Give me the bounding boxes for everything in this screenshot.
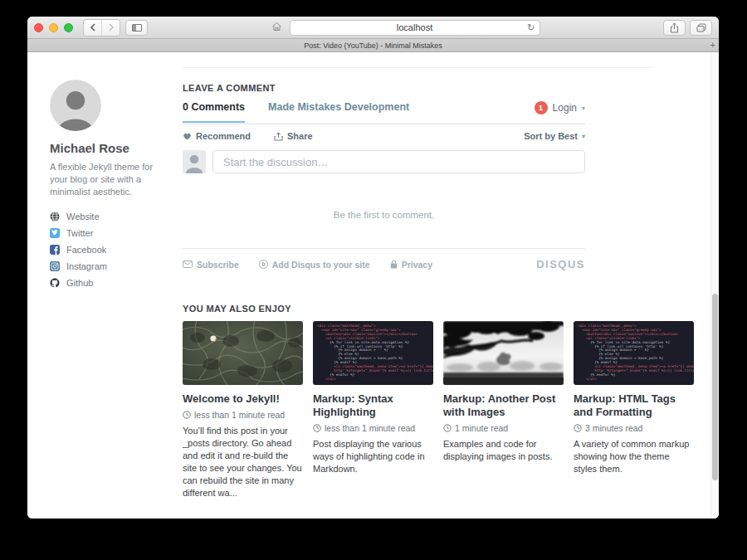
sidebar-link-instagram[interactable]: Instagram xyxy=(50,258,173,275)
clock-icon xyxy=(313,424,321,432)
post-title[interactable]: Markup: Another Post with Images xyxy=(443,392,564,419)
tab-community[interactable]: Made Mistakes Development xyxy=(268,101,409,113)
link-label: Instagram xyxy=(66,261,107,271)
link-label: Facebook xyxy=(66,245,106,255)
clock-icon xyxy=(443,424,452,432)
post-meta: 3 minutes read xyxy=(574,423,694,433)
scrollbar-thumb[interactable] xyxy=(712,294,718,480)
related-card: Welcome to Jekyll! less than 1 minute re… xyxy=(183,321,303,499)
refresh-icon[interactable] xyxy=(527,21,535,35)
sidebar-link-github[interactable]: Github xyxy=(50,275,173,291)
read-time: 3 minutes read xyxy=(585,423,642,433)
forward-button[interactable] xyxy=(101,20,120,36)
post-thumbnail-code[interactable]: <div class="masthead__menu"> <nav id="si… xyxy=(574,321,694,385)
address-bar[interactable]: localhost xyxy=(290,20,540,36)
author-links: Website Twitter Facebook Instagram Githu… xyxy=(50,208,173,291)
traffic-lights xyxy=(34,23,73,32)
post-thumbnail-green-foam[interactable] xyxy=(183,321,303,385)
subscribe-link[interactable]: Subscribe xyxy=(183,260,239,270)
post-title[interactable]: Welcome to Jekyll! xyxy=(183,392,303,406)
comments-heading: LEAVE A COMMENT xyxy=(183,83,585,93)
nav-buttons xyxy=(83,19,120,37)
home-button[interactable] xyxy=(271,20,282,35)
chevron-down-icon xyxy=(582,105,585,112)
login-menu[interactable]: 1 Login xyxy=(535,101,585,114)
sidebar-icon xyxy=(132,24,142,32)
read-time: less than 1 minute read xyxy=(325,423,415,433)
page-content: Michael Rose A flexible Jekyll theme for… xyxy=(27,52,719,519)
link-label: Website xyxy=(66,212,100,222)
comments-section: LEAVE A COMMENT 0 Comments Made Mistakes… xyxy=(183,83,585,270)
toolbar-right-buttons xyxy=(663,20,712,36)
share-arrow-icon xyxy=(274,132,283,141)
scrollbar-track[interactable] xyxy=(710,52,719,519)
recommend-button[interactable]: Recommend xyxy=(183,131,251,141)
share-icon xyxy=(670,22,679,33)
tabs-icon xyxy=(696,23,706,32)
heart-icon xyxy=(183,132,192,140)
share-page-button[interactable] xyxy=(663,20,686,36)
subscribe-label: Subscribe xyxy=(197,260,239,270)
chevron-down-icon xyxy=(582,133,585,140)
post-meta: less than 1 minute read xyxy=(313,423,433,433)
related-heading: YOU MAY ALSO ENJOY xyxy=(183,304,696,314)
back-button[interactable] xyxy=(84,20,101,36)
read-time: 1 minute read xyxy=(455,423,508,433)
chevron-left-icon xyxy=(90,23,96,32)
post-excerpt: You’ll find this post in your _posts dir… xyxy=(183,425,303,499)
instagram-icon xyxy=(50,261,60,271)
sort-menu[interactable]: Sort by Best xyxy=(524,131,585,141)
post-title[interactable]: Markup: HTML Tags and Formatting xyxy=(574,392,694,419)
post-thumbnail-code[interactable]: <div class="masthead__menu"> <nav id="si… xyxy=(313,321,433,385)
envelope-icon xyxy=(183,261,193,268)
sidebar-link-facebook[interactable]: Facebook xyxy=(50,241,173,258)
tab-comments-count[interactable]: 0 Comments xyxy=(183,101,245,113)
add-disqus-label: Add Disqus to your site xyxy=(272,260,370,270)
disqus-footer: Subscribe Add Disqus to your site Privac… xyxy=(183,258,585,270)
privacy-link[interactable]: Privacy xyxy=(390,260,432,270)
empty-state-message: Be the first to comment. xyxy=(183,210,585,220)
minimize-window-button[interactable] xyxy=(49,23,58,32)
sidebar-toggle-button[interactable] xyxy=(125,20,148,36)
related-posts-grid: Welcome to Jekyll! less than 1 minute re… xyxy=(183,321,696,499)
link-label: Twitter xyxy=(66,228,93,238)
disqus-footer-divider xyxy=(183,248,585,249)
read-time: less than 1 minute read xyxy=(194,410,285,420)
comment-input[interactable] xyxy=(212,150,585,173)
close-window-button[interactable] xyxy=(34,23,43,32)
author-avatar xyxy=(50,80,101,131)
post-excerpt: Post displaying the various ways of high… xyxy=(313,438,433,475)
post-meta: less than 1 minute read xyxy=(183,410,303,420)
author-profile: Michael Rose A flexible Jekyll theme for… xyxy=(50,80,173,291)
browser-toolbar: localhost xyxy=(27,17,719,39)
comment-compose xyxy=(183,150,585,173)
chevron-right-icon xyxy=(108,23,115,32)
tab-overview-button[interactable] xyxy=(690,20,712,36)
github-icon xyxy=(50,278,60,288)
disqus-logo[interactable]: DISQUS xyxy=(536,258,585,270)
privacy-label: Privacy xyxy=(402,260,432,270)
sort-label: Sort by Best xyxy=(524,131,578,141)
clock-icon xyxy=(574,424,582,432)
post-title[interactable]: Markup: Syntax Highlighting xyxy=(313,392,433,419)
sidebar-link-twitter[interactable]: Twitter xyxy=(50,225,173,241)
guest-avatar xyxy=(183,150,206,173)
notification-badge[interactable]: 1 xyxy=(535,101,548,114)
new-tab-button[interactable] xyxy=(710,39,715,51)
clock-icon xyxy=(183,411,191,419)
related-card: <div class="masthead__menu"> <nav id="si… xyxy=(313,321,433,499)
add-disqus-link[interactable]: Add Disqus to your site xyxy=(259,260,370,270)
lock-icon xyxy=(390,260,398,269)
related-card: Markup: Another Post with Images 1 minut… xyxy=(443,321,564,499)
url-text: localhost xyxy=(397,22,432,32)
share-thread-button[interactable]: Share xyxy=(274,131,313,141)
author-name: Michael Rose xyxy=(50,141,173,155)
disqus-header: 0 Comments Made Mistakes Development 1 L… xyxy=(183,101,585,124)
section-divider xyxy=(183,67,652,68)
disqus-actions-row: Recommend Share Sort by Best xyxy=(183,131,585,141)
sidebar-link-website[interactable]: Website xyxy=(50,208,173,225)
zoom-window-button[interactable] xyxy=(64,23,73,32)
post-thumbnail-fog-tree[interactable] xyxy=(443,321,564,385)
recommend-label: Recommend xyxy=(196,131,251,141)
tab-active[interactable]: Post: Video (YouTube) - Minimal Mistakes xyxy=(304,41,442,50)
